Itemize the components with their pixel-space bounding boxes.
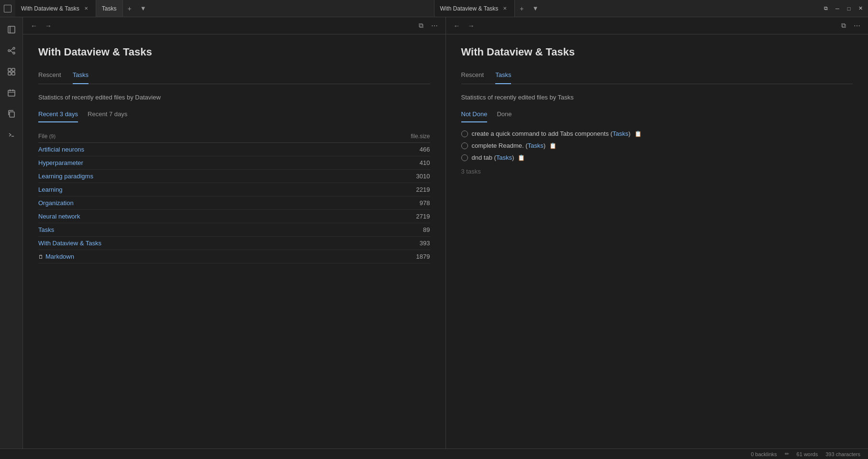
panel-icon-left bbox=[4, 5, 11, 12]
title-bar-right: With Dataview & Tasks ✕ + ▼ ⧉ ─ □ ✕ bbox=[434, 0, 868, 17]
right-layout-button[interactable]: ⧉ bbox=[839, 21, 848, 31]
pencil-icon: ✏ bbox=[785, 451, 789, 457]
file-link[interactable]: Neural network bbox=[38, 213, 80, 220]
file-size: 466 bbox=[312, 143, 430, 156]
file-link[interactable]: With Dataview & Tasks bbox=[38, 240, 101, 247]
sidebar bbox=[0, 17, 23, 448]
left-page-title: With Dataview & Tasks bbox=[38, 46, 430, 58]
left-more-button[interactable]: ⋯ bbox=[429, 21, 440, 31]
left-sub-tabs: Recent 3 days Recent 7 days bbox=[38, 109, 430, 122]
characters-text: 393 characters bbox=[825, 451, 860, 457]
tab-dropdown-left[interactable]: ▼ bbox=[136, 5, 150, 12]
task-source-link[interactable]: Tasks bbox=[528, 142, 544, 149]
sidebar-item-graph[interactable] bbox=[3, 42, 20, 59]
right-subtab-done[interactable]: Done bbox=[497, 109, 512, 122]
tab-label-tasks: Tasks bbox=[102, 5, 117, 12]
right-back-button[interactable]: ← bbox=[452, 21, 462, 31]
tab-close-right[interactable]: ✕ bbox=[501, 5, 509, 12]
task-text: complete Readme. (Tasks) bbox=[472, 142, 546, 149]
left-tab-rescent[interactable]: Rescent bbox=[38, 68, 61, 84]
tab-dropdown-right[interactable]: ▼ bbox=[529, 5, 543, 12]
file-link[interactable]: Tasks bbox=[38, 226, 54, 233]
task-checkbox[interactable] bbox=[461, 154, 468, 161]
sidebar-item-panel[interactable] bbox=[3, 21, 20, 38]
panes-container: ← → ⧉ ⋯ With Dataview & Tasks Rescent Ta… bbox=[23, 17, 868, 448]
words-text: 61 words bbox=[797, 451, 818, 457]
svg-rect-11 bbox=[8, 90, 15, 96]
tab-add-right[interactable]: + bbox=[515, 5, 528, 12]
tab-group-right: With Dataview & Tasks ✕ + ▼ bbox=[434, 0, 543, 17]
left-subtab-recent7[interactable]: Recent 7 days bbox=[88, 109, 127, 122]
status-characters: 393 characters bbox=[825, 451, 860, 457]
left-data-table: File (9) file.size Artificial neurons466… bbox=[38, 130, 430, 263]
task-source-link[interactable]: Tasks bbox=[612, 130, 628, 137]
file-link[interactable]: Artificial neurons bbox=[38, 146, 84, 153]
task-item: create a quick command to add Tabs compo… bbox=[461, 130, 853, 137]
right-subtab-notdone[interactable]: Not Done bbox=[461, 109, 488, 122]
file-link[interactable]: Learning paradigms bbox=[38, 173, 93, 180]
task-note-icon: 📋 bbox=[634, 131, 642, 137]
svg-line-5 bbox=[10, 49, 13, 51]
right-pane: ← → ⧉ ⋯ With Dataview & Tasks Rescent Ta… bbox=[446, 17, 868, 448]
tab-dataview-tasks-right[interactable]: With Dataview & Tasks ✕ bbox=[434, 0, 515, 17]
svg-rect-0 bbox=[8, 26, 15, 33]
right-more-button[interactable]: ⋯ bbox=[852, 21, 862, 31]
table-row: 🗒 Markdown1879 bbox=[38, 250, 430, 263]
tab-add-left[interactable]: + bbox=[123, 5, 136, 12]
tab-tasks-left[interactable]: Tasks bbox=[96, 0, 123, 17]
tab-label-dataview-tasks: With Dataview & Tasks bbox=[21, 5, 79, 12]
left-subtab-recent3[interactable]: Recent 3 days bbox=[38, 109, 78, 122]
col-header-size: file.size bbox=[312, 130, 430, 143]
left-back-button[interactable]: ← bbox=[29, 21, 39, 31]
file-size: 2719 bbox=[312, 210, 430, 223]
svg-line-6 bbox=[10, 51, 13, 53]
task-count: 3 tasks bbox=[461, 168, 853, 175]
left-pane: ← → ⧉ ⋯ With Dataview & Tasks Rescent Ta… bbox=[23, 17, 445, 448]
svg-point-4 bbox=[13, 52, 15, 54]
maximize-btn[interactable]: □ bbox=[845, 5, 853, 12]
table-row: Organization978 bbox=[38, 197, 430, 210]
sidebar-item-terminal[interactable] bbox=[3, 126, 20, 143]
tab-dataview-tasks-left[interactable]: With Dataview & Tasks ✕ bbox=[15, 0, 96, 17]
task-checkbox[interactable] bbox=[461, 142, 468, 149]
status-words: 61 words bbox=[797, 451, 818, 457]
left-tab-tasks[interactable]: Tasks bbox=[73, 68, 89, 84]
main-container: ← → ⧉ ⋯ With Dataview & Tasks Rescent Ta… bbox=[0, 17, 868, 448]
svg-rect-10 bbox=[12, 72, 15, 75]
left-forward-button[interactable]: → bbox=[43, 21, 54, 31]
window-controls: ⧉ ─ □ ✕ bbox=[818, 5, 868, 12]
svg-rect-8 bbox=[12, 68, 15, 71]
tab-close-dataview[interactable]: ✕ bbox=[82, 5, 90, 12]
sidebar-item-grid[interactable] bbox=[3, 63, 20, 80]
minimize-btn[interactable]: ─ bbox=[834, 5, 841, 12]
file-size: 410 bbox=[312, 156, 430, 170]
sidebar-toggle-left[interactable] bbox=[0, 5, 15, 12]
right-tab-tasks[interactable]: Tasks bbox=[495, 68, 511, 84]
task-note-icon: 📋 bbox=[518, 154, 525, 161]
task-checkbox[interactable] bbox=[461, 131, 468, 137]
right-sub-tabs: Not Done Done bbox=[461, 109, 853, 122]
right-pane-content: With Dataview & Tasks Rescent Tasks Stat… bbox=[446, 34, 868, 448]
task-source-link[interactable]: Tasks bbox=[496, 154, 512, 161]
layout-btn[interactable]: ⧉ bbox=[822, 5, 830, 12]
backlinks-text: 0 backlinks bbox=[751, 451, 777, 457]
file-link[interactable]: Hyperparameter bbox=[38, 159, 83, 166]
task-text: create a quick command to add Tabs compo… bbox=[472, 130, 631, 137]
table-row: Learning2219 bbox=[38, 183, 430, 197]
right-tab-rescent[interactable]: Rescent bbox=[461, 68, 484, 84]
file-link[interactable]: Learning bbox=[38, 186, 63, 193]
left-layout-button[interactable]: ⧉ bbox=[417, 21, 425, 31]
tab-group-left: With Dataview & Tasks ✕ Tasks + ▼ bbox=[15, 0, 150, 17]
svg-rect-9 bbox=[8, 72, 11, 75]
sidebar-item-calendar[interactable] bbox=[3, 84, 20, 101]
right-forward-button[interactable]: → bbox=[466, 21, 477, 31]
file-link[interactable]: Markdown bbox=[45, 253, 74, 260]
file-size: 89 bbox=[312, 223, 430, 237]
close-btn[interactable]: ✕ bbox=[857, 5, 864, 12]
file-size: 2219 bbox=[312, 183, 430, 197]
sidebar-item-copy[interactable] bbox=[3, 105, 20, 122]
svg-point-3 bbox=[13, 47, 15, 49]
file-link[interactable]: Organization bbox=[38, 199, 74, 207]
right-pane-toolbar: ← → ⧉ ⋯ bbox=[446, 17, 868, 34]
file-size: 393 bbox=[312, 237, 430, 250]
